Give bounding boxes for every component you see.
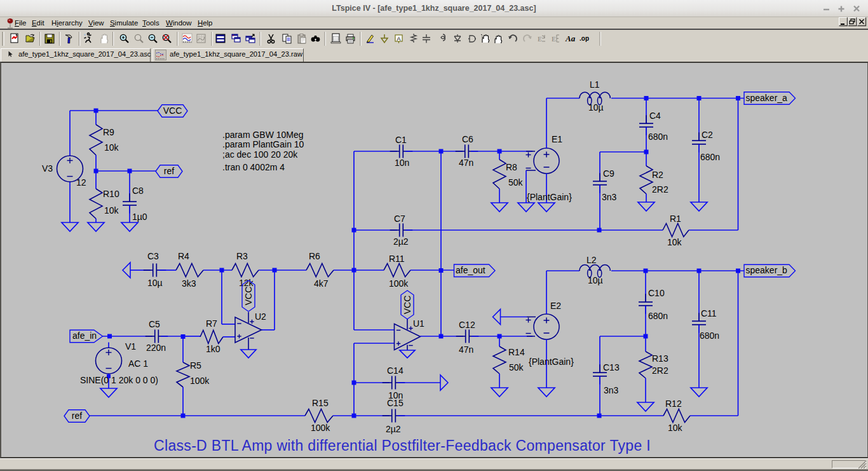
svg-text:A: A (397, 36, 400, 42)
svg-text:E1: E1 (552, 134, 562, 144)
svg-text:R11: R11 (389, 254, 405, 264)
svg-text:C11: C11 (701, 308, 717, 318)
svg-text:.op: .op (580, 35, 589, 42)
svg-text:L1: L1 (590, 79, 600, 90)
svg-text:C15: C15 (387, 398, 403, 408)
svg-text:;ac dec 100 20 20k: ;ac dec 100 20 20k (222, 149, 298, 160)
svg-text:U2: U2 (255, 311, 266, 322)
svg-text:2µ2: 2µ2 (386, 424, 401, 434)
svg-text:C14: C14 (387, 365, 403, 376)
svg-text:R12: R12 (665, 399, 682, 409)
svg-text:10k: 10k (667, 237, 682, 247)
svg-text:V1: V1 (125, 341, 136, 352)
svg-text:C1: C1 (395, 135, 407, 145)
svg-text:AC 1: AC 1 (128, 358, 148, 369)
svg-text:2R2: 2R2 (652, 365, 668, 376)
svg-text:SINE(0 1 20k 0 0 0): SINE(0 1 20k 0 0 0) (80, 375, 158, 385)
svg-text:2R2: 2R2 (652, 184, 668, 195)
svg-text:680n: 680n (700, 331, 719, 341)
svg-text:C6: C6 (462, 134, 473, 144)
svg-text:C2: C2 (702, 130, 713, 140)
svg-text:afe_in: afe_in (72, 331, 97, 341)
svg-text:Class-D BTL Amp with different: Class-D BTL Amp with differential Postfi… (154, 437, 651, 454)
svg-text:4k7: 4k7 (314, 278, 329, 289)
svg-text:3n3: 3n3 (604, 385, 619, 395)
svg-text:R15: R15 (312, 398, 329, 408)
svg-text:ref: ref (164, 166, 174, 176)
svg-text:3n3: 3n3 (602, 192, 617, 202)
svg-text:E: E (538, 35, 542, 43)
svg-text:R2: R2 (652, 170, 663, 180)
svg-text:L2: L2 (587, 255, 597, 265)
svg-text:R7: R7 (206, 318, 217, 329)
svg-text:C12: C12 (459, 320, 475, 330)
svg-text:10µ: 10µ (588, 102, 604, 113)
svg-text:U1: U1 (413, 318, 424, 329)
svg-text:.param PlantGain 10: .param PlantGain 10 (222, 139, 304, 149)
svg-text:50k: 50k (508, 177, 524, 188)
svg-text:220n: 220n (146, 343, 166, 353)
svg-text:C5: C5 (149, 319, 160, 329)
svg-text:100k: 100k (311, 423, 330, 433)
svg-text:VCC: VCC (243, 287, 254, 306)
svg-text:680n: 680n (648, 311, 668, 321)
svg-text:680n: 680n (648, 132, 668, 142)
svg-text:R10: R10 (103, 189, 119, 199)
svg-text:C9: C9 (603, 168, 614, 179)
svg-text:10k: 10k (104, 205, 119, 215)
svg-text:R9: R9 (103, 127, 114, 137)
svg-text:ref: ref (72, 411, 82, 421)
svg-text:47n: 47n (459, 345, 473, 355)
svg-text:V3: V3 (42, 163, 53, 174)
svg-text:10µ: 10µ (588, 275, 603, 285)
svg-text:10k: 10k (668, 423, 683, 433)
svg-text:.param GBW 10Meg: .param GBW 10Meg (222, 130, 304, 140)
svg-text:12: 12 (76, 177, 86, 188)
svg-text:E: E (552, 35, 556, 43)
svg-text:C7: C7 (394, 214, 405, 224)
svg-text:R6: R6 (309, 251, 320, 261)
svg-text:C10: C10 (648, 288, 665, 298)
svg-text:R1: R1 (670, 214, 681, 224)
svg-text:100k: 100k (389, 278, 409, 289)
svg-text:speaker_a: speaker_a (746, 93, 788, 103)
svg-text:C4: C4 (649, 111, 661, 121)
svg-text:680n: 680n (700, 152, 720, 162)
svg-text:R4: R4 (178, 251, 189, 261)
svg-text:VCC: VCC (402, 296, 412, 315)
svg-text:1k0: 1k0 (206, 344, 220, 354)
svg-text:R3: R3 (236, 251, 248, 261)
svg-text:.tran 0 4002m 4: .tran 0 4002m 4 (222, 162, 285, 172)
svg-text:C8: C8 (132, 186, 144, 196)
svg-text:C3: C3 (147, 251, 159, 261)
svg-text:E2: E2 (550, 301, 561, 311)
svg-text:2µ2: 2µ2 (393, 236, 409, 247)
svg-text:{PlantGain}: {PlantGain} (527, 192, 572, 202)
svg-text:R8: R8 (506, 162, 517, 172)
svg-text:100k: 100k (190, 376, 210, 386)
svg-text:R5: R5 (190, 360, 201, 371)
svg-text:VCC: VCC (163, 106, 182, 116)
svg-text:afe_out: afe_out (456, 265, 485, 275)
svg-text:3k3: 3k3 (182, 278, 196, 289)
svg-text:10n: 10n (395, 158, 409, 168)
svg-text:50k: 50k (509, 362, 524, 372)
svg-text:R13: R13 (652, 353, 668, 364)
svg-text:1µ0: 1µ0 (132, 212, 147, 222)
svg-text:Aa: Aa (565, 34, 576, 43)
svg-text:{PlantGain}: {PlantGain} (529, 357, 574, 367)
svg-text:C13: C13 (603, 362, 620, 372)
svg-text:speaker_b: speaker_b (746, 265, 788, 275)
svg-text:10µ: 10µ (147, 278, 163, 288)
svg-text:47n: 47n (459, 158, 473, 168)
svg-text:10k: 10k (104, 142, 119, 153)
svg-text:R14: R14 (508, 347, 525, 357)
